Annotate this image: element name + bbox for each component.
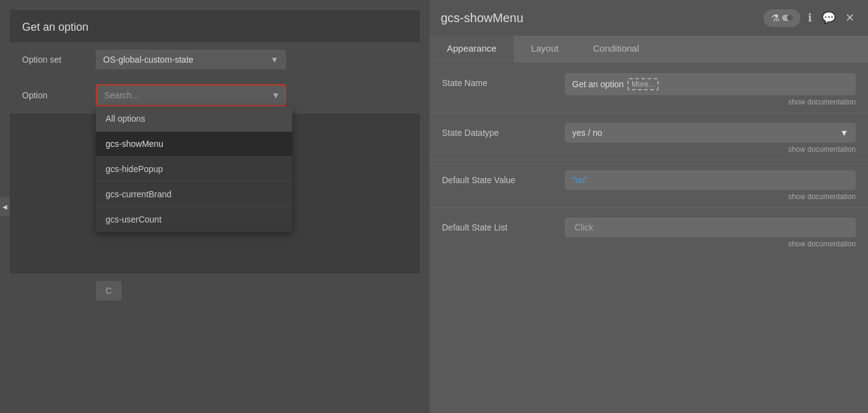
state-datatype-value: yes / no (572, 128, 602, 138)
tab-layout[interactable]: Layout (514, 36, 576, 63)
click-row: C (10, 273, 420, 313)
left-arrow-icon: ◀ (2, 203, 7, 210)
tabs-row: Appearance Layout Conditional (430, 36, 868, 63)
flask-button[interactable]: ⚗ (764, 9, 800, 27)
state-datatype-chevron-icon: ▼ (840, 128, 848, 138)
state-datatype-row: State Datatype yes / no ▼ show documenta… (430, 113, 868, 160)
dropdown-item-showmenu[interactable]: gcs-showMenu (96, 132, 292, 157)
option-set-value: OS-global-custom-state (103, 55, 193, 65)
tab-appearance[interactable]: Appearance (430, 36, 514, 63)
close-icon: ✕ (845, 11, 854, 25)
option-search-input[interactable] (96, 84, 286, 106)
header-icons: ⚗ ℹ 💬 ✕ (764, 9, 857, 27)
dropdown-item-currentbrand[interactable]: gcs-currentBrand (96, 182, 292, 207)
search-wrapper: ▼ (96, 84, 286, 106)
dropdown-item-hidepopup[interactable]: gcs-hidePopup (96, 157, 292, 182)
state-name-box: Get an option More... (565, 73, 856, 95)
info-icon: ℹ (808, 11, 812, 25)
default-state-list-value-area: Click show documentation (565, 218, 856, 254)
state-datatype-value-area: yes / no ▼ show documentation (565, 123, 856, 160)
option-set-label: Option set (22, 55, 96, 65)
click-button[interactable]: C (96, 281, 122, 301)
default-state-list-label: Default State List (442, 218, 565, 232)
default-state-list-click-btn[interactable]: Click (565, 218, 856, 237)
right-panel-title: gcs-showMenu (441, 11, 524, 25)
state-name-show-doc[interactable]: show documentation (565, 95, 856, 112)
chat-icon: 💬 (822, 11, 835, 25)
state-name-row: State Name Get an option More... show do… (430, 63, 868, 112)
option-row: Option ▼ All options gcs-showMenu gcs-hi… (10, 77, 420, 114)
default-state-value-show-doc[interactable]: show documentation (565, 190, 856, 207)
state-datatype-show-doc[interactable]: show documentation (565, 143, 856, 160)
dropdown-item-usercount[interactable]: gcs-userCount (96, 207, 292, 232)
panel-title: Get an option (10, 10, 420, 42)
tab-conditional[interactable]: Conditional (576, 36, 656, 63)
state-name-more-badge[interactable]: More... (627, 78, 659, 90)
flask-toggle-indicator (782, 15, 793, 21)
option-set-dropdown[interactable]: OS-global-custom-state ▼ (96, 50, 286, 69)
flask-icon: ⚗ (771, 12, 780, 24)
right-panel: gcs-showMenu ⚗ ℹ 💬 ✕ Appearance Layout C… (430, 0, 868, 413)
left-arrow-button[interactable]: ◀ (0, 197, 10, 216)
option-dropdown-menu: All options gcs-showMenu gcs-hidePopup g… (96, 106, 292, 232)
state-name-value: Get an option (572, 79, 624, 89)
option-set-row: Option set OS-global-custom-state ▼ (10, 42, 420, 77)
right-content: State Name Get an option More... show do… (430, 63, 868, 254)
info-button[interactable]: ℹ (805, 9, 815, 27)
default-state-value-row: Default State Value "no" show documentat… (430, 160, 868, 207)
right-header: gcs-showMenu ⚗ ℹ 💬 ✕ (430, 0, 868, 36)
default-state-list-show-doc[interactable]: show documentation (565, 237, 856, 254)
state-name-label: State Name (442, 73, 565, 88)
default-state-value-label: Default State Value (442, 170, 565, 185)
default-state-value: "no" (565, 170, 856, 190)
state-datatype-label: State Datatype (442, 123, 565, 138)
close-button[interactable]: ✕ (843, 9, 857, 27)
option-label: Option (22, 84, 96, 100)
left-panel: Get an option Option set OS-global-custo… (0, 0, 430, 413)
default-state-value-area: "no" show documentation (565, 170, 856, 207)
chat-button[interactable]: 💬 (820, 9, 838, 27)
state-datatype-dropdown[interactable]: yes / no ▼ (565, 123, 856, 143)
get-option-panel: Get an option Option set OS-global-custo… (10, 10, 420, 313)
default-state-list-row: Default State List Click show documentat… (430, 208, 868, 254)
state-name-value-area: Get an option More... show documentation (565, 73, 856, 112)
option-set-chevron-icon: ▼ (270, 55, 279, 65)
dropdown-item-all[interactable]: All options (96, 106, 292, 132)
